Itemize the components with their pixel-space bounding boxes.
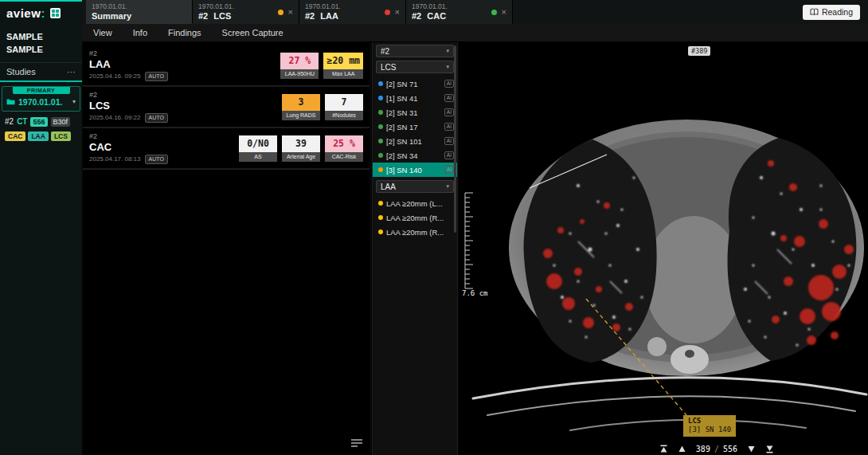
finding-dot: [378, 124, 383, 129]
menu-findings[interactable]: Findings: [168, 28, 201, 37]
patient-info: SAMPLE SAMPLE: [0, 24, 82, 63]
kernel-badge: B30f: [51, 117, 71, 127]
prev-slice-button[interactable]: [678, 445, 686, 453]
tab-cac[interactable]: 1970.01.01. #2 CAC ×: [406, 0, 513, 24]
slice-counter: 389 / 556: [696, 445, 737, 453]
tab-strip: 1970.01.01. Summary 1970.01.01. #2 LCS ×…: [86, 0, 513, 24]
card-series: #2: [89, 91, 168, 100]
lcs-group-select[interactable]: LCS ▾: [376, 61, 454, 73]
metric-label: Arterial Age: [282, 152, 320, 162]
tab-laa[interactable]: 1970.01.01. #2 LAA ×: [299, 0, 406, 24]
ai-badge: AI: [444, 108, 454, 116]
finding-item-sn31[interactable]: [2] SN 31 AI: [373, 105, 457, 120]
menu-info[interactable]: Info: [133, 28, 147, 37]
metric-value: 3: [282, 94, 320, 111]
tab-title: Summary: [92, 11, 131, 22]
summary-card-cac[interactable]: #2 CAC 2025.04.17. 08:13 AUTO 0/N0 AS 39…: [83, 128, 369, 170]
image-count-badge: 556: [30, 117, 47, 127]
summary-card-laa[interactable]: #2 LAA 2025.04.16. 09:25 AUTO 27 % LAA-9…: [83, 45, 369, 87]
tab-close-icon[interactable]: ×: [395, 8, 400, 16]
finding-label: [2] SN 17: [386, 123, 418, 131]
tab-lcs[interactable]: 1970.01.01. #2 LCS ×: [193, 0, 299, 24]
finding-label: LAA ≥20mm (L...: [386, 199, 443, 208]
tab-date: 1970.01.01.: [92, 3, 131, 11]
chevron-down-icon: ▾: [446, 64, 449, 70]
finding-item-sn71[interactable]: [2] SN 71 AI: [373, 76, 457, 91]
tab-summary[interactable]: 1970.01.01. Summary: [86, 0, 193, 24]
metric-arterial-age: 39 Arterial Age: [282, 135, 320, 162]
tab-title: #2 LAA: [305, 11, 341, 22]
study-date: 1970.01.01.: [18, 97, 62, 107]
primary-study-card[interactable]: PRIMARY 1970.01.01. ▾: [2, 86, 80, 112]
tab-date: 1970.01.01.: [198, 3, 234, 11]
summary-card-lcs[interactable]: #2 LCS 2025.04.16. 09:22 AUTO 3 Lung RAD…: [83, 87, 369, 128]
last-slice-button[interactable]: [765, 445, 774, 453]
menubar: View Info Findings Screen Capture: [82, 24, 868, 42]
finding-item-laa-2[interactable]: LAA ≥20mm (R...: [373, 210, 457, 225]
module-badge-laa: LAA: [28, 131, 48, 141]
finding-label: LAA ≥20mm (R...: [386, 214, 444, 222]
chevron-down-icon: ▾: [446, 48, 449, 54]
ai-badge: AI: [444, 123, 454, 131]
tab-close-icon[interactable]: ×: [502, 8, 506, 16]
series-select[interactable]: #2 ▾: [376, 45, 454, 57]
laa-group-label: LAA: [381, 182, 396, 191]
ruler-scale: [462, 190, 478, 293]
module-badge-lcs: LCS: [51, 131, 71, 141]
finding-dot: [378, 96, 383, 100]
finding-label: LAA ≥20mm (R...: [386, 228, 444, 237]
card-datetime: 2025.04.17. 08:13: [89, 155, 141, 163]
ct-viewer[interactable]: #389 7.6 cm LCS [3] SN 140: [459, 42, 868, 442]
ai-badge: AI: [444, 94, 454, 102]
metric-label: #Nodules: [325, 111, 363, 120]
tab-status-dot: [385, 10, 390, 15]
reading-button[interactable]: Reading: [803, 5, 860, 20]
series-select-value: #2: [381, 47, 389, 56]
summary-list-view-button[interactable]: [350, 437, 364, 449]
finding-item-sn140[interactable]: [3] SN 140 AI: [373, 163, 457, 177]
app-grid-icon[interactable]: [50, 8, 61, 18]
viewer-toolbar: 389 / 556: [459, 442, 868, 455]
tab-date: 1970.01.01.: [412, 3, 448, 11]
findings-scrollbar[interactable]: [454, 45, 456, 233]
finding-label: [2] SN 101: [386, 137, 422, 146]
finding-item-sn101[interactable]: [2] SN 101 AI: [373, 134, 457, 148]
tab-title: #2 CAC: [412, 11, 448, 22]
finding-item-laa-3[interactable]: LAA ≥20mm (R...: [373, 225, 457, 239]
tab-close-icon[interactable]: ×: [288, 8, 293, 16]
studies-label: Studies: [6, 67, 36, 76]
topbar: aview: 1970.01.01. Summary 1970.01.01. #…: [0, 0, 868, 24]
app-logo: aview:: [6, 6, 45, 20]
metric-label: LAA-950HU: [280, 69, 319, 79]
finding-label: [2] SN 71: [386, 80, 418, 88]
skip-to-bottom-icon: [765, 445, 774, 453]
finding-item-sn17[interactable]: [2] SN 17 AI: [373, 120, 457, 134]
folder-icon: [6, 98, 15, 105]
finding-label: [1] SN 41: [386, 94, 418, 103]
laa-group-select[interactable]: LAA ▾: [376, 180, 454, 193]
tab-date: 1970.01.01.: [305, 3, 341, 11]
arrow-down-icon: [747, 445, 756, 453]
studies-header: Studies ⋯: [0, 63, 82, 82]
finding-item-sn41[interactable]: [1] SN 41 AI: [373, 91, 457, 105]
ai-badge: AI: [444, 166, 454, 174]
finding-item-sn34[interactable]: [2] SN 34 AI: [373, 148, 457, 163]
arrow-up-icon: [678, 445, 686, 453]
tab-title: #2 LCS: [198, 11, 234, 22]
card-title: LCS: [89, 100, 168, 112]
menu-view[interactable]: View: [93, 28, 112, 37]
metric-value: 25 %: [325, 135, 363, 152]
metric-max-laa: ≥20 mm Max LAA: [323, 53, 363, 79]
finding-annotation-label[interactable]: LCS [3] SN 140: [683, 415, 736, 437]
next-slice-button[interactable]: [747, 445, 756, 453]
annotation-module: LCS: [688, 417, 731, 426]
metric-lung-rads: 3 Lung RADS: [282, 94, 320, 120]
chevron-down-icon[interactable]: ▾: [72, 98, 76, 105]
card-datetime: 2025.04.16. 09:22: [89, 114, 141, 122]
studies-menu-button[interactable]: ⋯: [67, 67, 76, 77]
tab-status-dot: [278, 10, 283, 15]
finding-item-laa-1[interactable]: LAA ≥20mm (L...: [373, 196, 457, 210]
card-title: LAA: [89, 58, 168, 71]
menu-screen-capture[interactable]: Screen Capture: [222, 28, 283, 37]
first-slice-button[interactable]: [659, 445, 668, 453]
